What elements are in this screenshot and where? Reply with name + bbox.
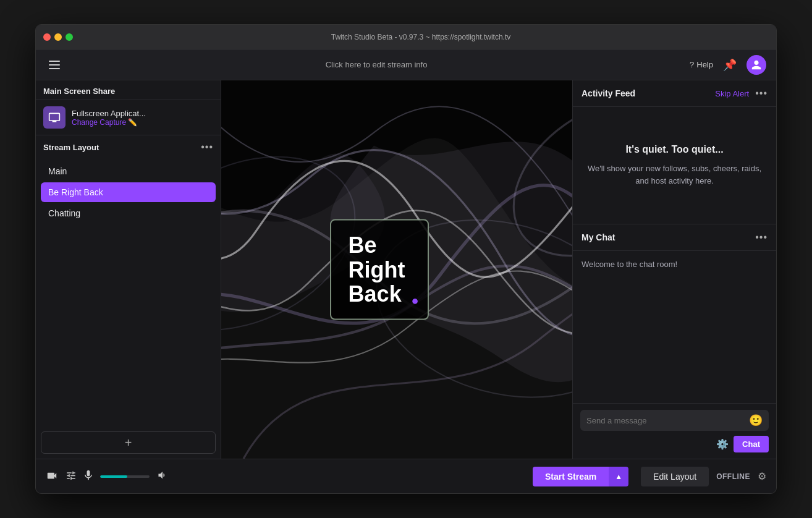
chat-header: My Chat ••• — [573, 224, 776, 251]
main-screen-share-section: Main Screen Share — [36, 80, 221, 100]
chat-input-row: 🙂 — [580, 410, 769, 431]
brb-dot: ● — [412, 293, 419, 307]
traffic-lights — [43, 33, 73, 41]
volume-icon[interactable] — [157, 470, 168, 483]
chat-settings-button[interactable]: ⚙️ — [716, 438, 729, 450]
quiet-title: It's quiet. Too quiet... — [625, 144, 723, 155]
activity-feed-header: Activity Feed Skip Alert ••• — [573, 80, 776, 107]
brb-text: Be Right Back — [349, 233, 410, 307]
chat-input-area: 🙂 ⚙️ Chat — [573, 403, 776, 459]
svg-rect-1 — [49, 64, 60, 66]
header-bar: Click here to edit stream info ? Help 📌 — [36, 49, 776, 80]
layout-items-list: Main Be Right Back Chatting — [36, 159, 221, 427]
user-avatar[interactable] — [746, 55, 766, 75]
activity-feed-title: Activity Feed — [582, 88, 635, 98]
skip-alert-button[interactable]: Skip Alert — [715, 89, 749, 98]
titlebar: Twitch Studio Beta - v0.97.3 ~ https://s… — [36, 25, 776, 49]
help-label: Help — [696, 60, 713, 69]
header-left — [46, 56, 63, 74]
activity-feed-content: It's quiet. Too quiet... We'll show your… — [573, 107, 776, 224]
bottom-toolbar: Start Stream ▲ Edit Layout OFFLINE ⚙ — [36, 459, 776, 493]
change-capture-button[interactable]: Change Capture ✏️ — [72, 118, 213, 127]
svg-rect-2 — [49, 68, 60, 69]
volume-fill — [100, 475, 127, 478]
stream-layout-header: Stream Layout ••• — [36, 135, 221, 159]
microphone-icon[interactable] — [84, 469, 93, 483]
chat-input[interactable] — [586, 416, 744, 425]
offline-status: OFFLINE — [716, 472, 750, 481]
chat-messages: Welcome to the chat room! — [573, 251, 776, 403]
stream-layout-title: Stream Layout — [43, 143, 99, 152]
close-button[interactable] — [43, 33, 51, 41]
help-button[interactable]: ? Help — [690, 60, 713, 69]
settings-sliders-icon[interactable] — [66, 470, 77, 483]
layout-item-be-right-back[interactable]: Be Right Back — [41, 182, 216, 202]
main-content: Main Screen Share Fullscreen Applicat...… — [36, 80, 776, 459]
main-screen-share-label: Main Screen Share — [43, 87, 115, 96]
chat-send-button[interactable]: Chat — [734, 436, 769, 452]
header-right: ? Help 📌 — [690, 55, 766, 75]
edit-stream-info-button[interactable]: Click here to edit stream info — [63, 60, 690, 69]
chat-welcome-message: Welcome to the chat room! — [582, 260, 768, 269]
volume-track — [100, 475, 150, 478]
preview-area: Be Right Back ● — [221, 80, 572, 459]
layout-item-main[interactable]: Main — [41, 161, 216, 181]
maximize-button[interactable] — [66, 33, 73, 41]
start-stream-button[interactable]: Start Stream — [533, 467, 609, 486]
volume-slider[interactable] — [100, 475, 150, 478]
layout-item-chatting[interactable]: Chatting — [41, 203, 216, 223]
chat-section: My Chat ••• Welcome to the chat room! 🙂 … — [573, 224, 776, 459]
chat-title: My Chat — [582, 232, 615, 242]
chat-actions-row: ⚙️ Chat — [580, 436, 769, 452]
capture-app-name: Fullscreen Applicat... — [72, 109, 213, 118]
bookmark-icon[interactable]: 📌 — [723, 58, 737, 72]
preview-canvas: Be Right Back ● — [221, 80, 572, 459]
minimize-button[interactable] — [54, 33, 62, 41]
add-icon: + — [125, 436, 132, 450]
stream-dropdown-button[interactable]: ▲ — [609, 467, 628, 486]
capture-item: Fullscreen Applicat... Change Capture ✏️ — [36, 100, 221, 135]
activity-feed-more-button[interactable]: ••• — [755, 88, 768, 99]
chat-more-button[interactable]: ••• — [755, 232, 768, 243]
camera-icon[interactable] — [46, 470, 58, 483]
app-window: Twitch Studio Beta - v0.97.3 ~ https://s… — [35, 24, 777, 494]
window-title: Twitch Studio Beta - v0.97.3 ~ https://s… — [73, 33, 769, 41]
stream-settings-button[interactable]: ⚙ — [758, 470, 766, 482]
brb-overlay: Be Right Back ● — [330, 219, 429, 320]
stream-layout-more-button[interactable]: ••• — [201, 142, 213, 153]
capture-info: Fullscreen Applicat... Change Capture ✏️ — [72, 109, 213, 127]
left-sidebar: Main Screen Share Fullscreen Applicat...… — [36, 80, 221, 459]
edit-layout-button[interactable]: Edit Layout — [641, 467, 709, 486]
quiet-desc: We'll show your new follows, subs, cheer… — [585, 163, 764, 187]
stream-buttons: Start Stream ▲ — [533, 467, 628, 486]
activity-feed-actions: Skip Alert ••• — [715, 88, 768, 99]
add-scene-button[interactable]: + — [41, 431, 216, 454]
right-panel: Activity Feed Skip Alert ••• It's quiet.… — [572, 80, 776, 459]
sidebar-toggle-button[interactable] — [46, 56, 63, 74]
capture-app-icon — [43, 106, 66, 129]
emoji-button[interactable]: 🙂 — [749, 414, 763, 427]
svg-rect-0 — [49, 61, 60, 62]
help-icon: ? — [690, 60, 694, 69]
